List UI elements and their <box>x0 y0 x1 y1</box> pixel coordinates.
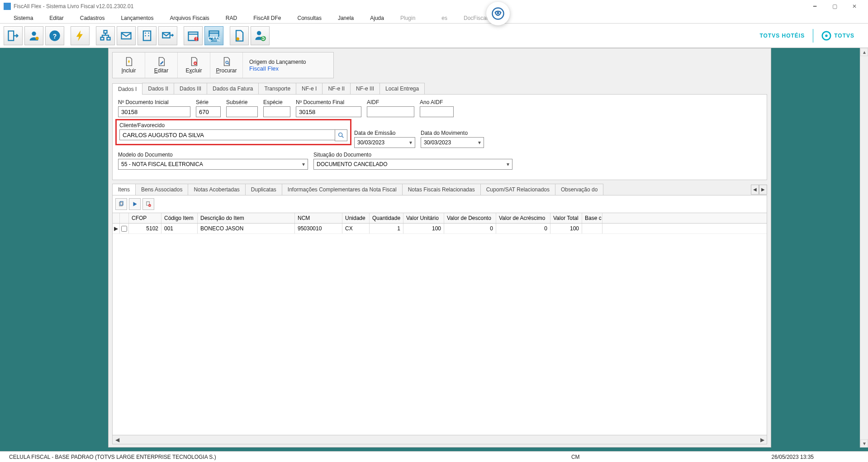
col-codigo[interactable]: Código Item <box>161 213 198 223</box>
grid-delete-button[interactable] <box>142 198 154 210</box>
tab-bens[interactable]: Bens Associados <box>135 184 188 195</box>
scroll-down-icon[interactable]: ▾ <box>860 439 868 448</box>
items-grid: CFOP Código Item Descrição do Item NCM U… <box>112 213 767 444</box>
subserie-input[interactable] <box>226 106 258 117</box>
chevron-down-icon: ▾ <box>507 161 509 167</box>
tab-nfe-ii[interactable]: NF-e II <box>322 83 351 94</box>
ndoc-ini-input[interactable] <box>118 106 190 117</box>
col-desc[interactable]: Descrição do Item <box>198 213 295 223</box>
scroll-left-icon[interactable]: ◀ <box>113 437 122 443</box>
minimize-button[interactable]: ━ <box>805 0 825 13</box>
menu-sistema[interactable]: Sistema <box>5 13 41 23</box>
col-cfop[interactable]: CFOP <box>129 213 161 223</box>
grid-play-button[interactable] <box>129 198 141 210</box>
ndoc-fin-input[interactable] <box>296 106 361 117</box>
close-button[interactable]: ✕ <box>844 0 864 13</box>
scroll-up-icon[interactable]: ▴ <box>860 48 868 56</box>
tab-dados-fatura[interactable]: Dados da Fatura <box>207 83 259 94</box>
editar-button[interactable]: Editar <box>145 52 178 78</box>
maximize-button[interactable]: ▢ <box>825 0 844 13</box>
grid-hscrollbar[interactable]: ◀ ▶ <box>113 435 767 444</box>
tab-nfe-iii[interactable]: NF-e III <box>350 83 380 94</box>
col-base[interactable]: Base c <box>582 213 602 223</box>
situacao-combo[interactable]: DOCUMENTO CANCELADO▾ <box>313 159 512 170</box>
col-vacr[interactable]: Valor de Acréscimo <box>496 213 550 223</box>
assistant-bubble[interactable] <box>486 2 510 25</box>
tab-duplicatas[interactable]: Duplicatas <box>245 184 282 195</box>
col-vunit[interactable]: Valor Unitário <box>403 213 444 223</box>
toolbar-mail-send-icon[interactable] <box>158 26 177 45</box>
tab-cupom-sat[interactable]: Cupom/SAT Relacionados <box>480 184 555 195</box>
tabs-scroll-left[interactable]: ◀ <box>751 185 759 195</box>
tabs-scroll-right[interactable]: ▶ <box>759 185 767 195</box>
tabs-main: Dados I Dados II Dados III Dados da Fatu… <box>112 83 767 95</box>
especie-input[interactable] <box>263 106 290 117</box>
serie-label: Série <box>196 99 221 105</box>
menu-consultas[interactable]: Consultas <box>289 13 330 23</box>
tab-dados-iii[interactable]: Dados III <box>174 83 207 94</box>
menu-editar[interactable]: Editar <box>41 13 71 23</box>
tab-dados-i[interactable]: Dados I <box>112 83 142 95</box>
row-indicator-icon: ▶ <box>113 224 120 233</box>
menu-janela[interactable]: Janela <box>330 13 362 23</box>
toolbar-help-icon[interactable]: ? <box>45 26 64 45</box>
ano-aidf-input[interactable] <box>420 106 454 117</box>
tab-local-entrega[interactable]: Local Entrega <box>379 83 425 94</box>
tab-dados-ii[interactable]: Dados II <box>142 83 174 94</box>
menu-cadastros[interactable]: Cadastros <box>72 13 113 23</box>
menu-lancamentos[interactable]: Lançamentos <box>113 13 161 23</box>
toolbar-bolt-icon[interactable] <box>71 26 90 45</box>
toolbar-building-icon[interactable] <box>138 26 157 45</box>
tab-notas-acob[interactable]: Notas Acobertadas <box>188 184 245 195</box>
ndoc-ini-label: Nº Documento Inicial <box>118 99 190 105</box>
cliente-input[interactable] <box>119 129 335 140</box>
tab-observacao[interactable]: Observação do <box>555 184 603 195</box>
toolbar-mail-icon[interactable] <box>117 26 136 45</box>
tab-info-comp[interactable]: Informações Complementares da Nota Fisca… <box>282 184 403 195</box>
tab-nf-relacionadas[interactable]: Notas Fiscais Relacionadas <box>402 184 481 195</box>
toolbar-org-icon[interactable] <box>96 26 115 45</box>
chevron-down-icon: ▾ <box>478 139 481 146</box>
excluir-button[interactable]: Excluir <box>178 52 210 78</box>
data-emissao-combo[interactable]: 30/03/2023▾ <box>354 137 415 148</box>
toolbar-doc-icon[interactable] <box>230 26 249 45</box>
row-checkbox[interactable] <box>120 224 129 233</box>
svg-rect-7 <box>107 37 110 40</box>
grid-row[interactable]: ▶ 5102 001 BONECO JASON 95030010 CX 1 10… <box>113 224 767 234</box>
tab-itens[interactable]: Itens <box>112 184 136 195</box>
cliente-label: Cliente/Favorecido <box>119 122 347 129</box>
col-vdesc[interactable]: Valor de Desconto <box>444 213 496 223</box>
menu-ajuda[interactable]: Ajuda <box>362 13 392 23</box>
cliente-search-button[interactable] <box>335 129 347 141</box>
panel-vscrollbar[interactable]: ▴ ▾ <box>860 48 868 448</box>
svg-rect-10 <box>145 33 146 33</box>
tab-transporte[interactable]: Transporte <box>258 83 296 94</box>
tab-nfe-i[interactable]: NF-e I <box>296 83 323 94</box>
col-unidade[interactable]: Unidade <box>342 213 370 223</box>
toolbar-calendar-alert-icon[interactable]: ! <box>184 26 203 45</box>
aidf-input[interactable] <box>367 106 414 117</box>
toolbar-exit-icon[interactable] <box>4 26 23 45</box>
tabs-items: Itens Bens Associados Notas Acobertadas … <box>112 184 767 195</box>
menu-arquivos-fiscais[interactable]: Arquivos Fiscais <box>161 13 217 23</box>
status-datetime: 26/05/2023 13:35 <box>766 454 819 460</box>
modelo-combo[interactable]: 55 - NOTA FISCAL ELETRONICA▾ <box>118 159 308 170</box>
title-bar: FiscAll Flex - Sistema Livro Fiscal v12.… <box>0 0 868 13</box>
menu-fiscall-dfe[interactable]: FiscAll DFe <box>245 13 289 23</box>
scroll-right-icon[interactable]: ▶ <box>758 437 767 443</box>
grid-copy-button[interactable] <box>115 198 127 210</box>
col-vtotal[interactable]: Valor Total <box>550 213 582 223</box>
toolbar-calendar-icms-icon[interactable]: ICMS <box>204 26 223 45</box>
toolbar-user-money-icon[interactable]: $ <box>251 26 270 45</box>
toolbar-user-icon[interactable] <box>24 26 43 45</box>
procurar-button[interactable]: Procurar <box>210 52 243 78</box>
col-qtd[interactable]: Quantidade <box>370 213 403 223</box>
data-mov-combo[interactable]: 30/03/2023▾ <box>421 137 484 148</box>
menu-unknown-es: es <box>423 13 455 23</box>
menu-rad[interactable]: RAD <box>218 13 245 23</box>
svg-rect-5 <box>104 30 107 33</box>
incluir-button[interactable]: Incluir <box>113 52 145 78</box>
serie-input[interactable] <box>196 106 221 117</box>
col-ncm[interactable]: NCM <box>295 213 342 223</box>
main-panel: Incluir Editar Excluir Procurar Origem d… <box>108 48 771 448</box>
